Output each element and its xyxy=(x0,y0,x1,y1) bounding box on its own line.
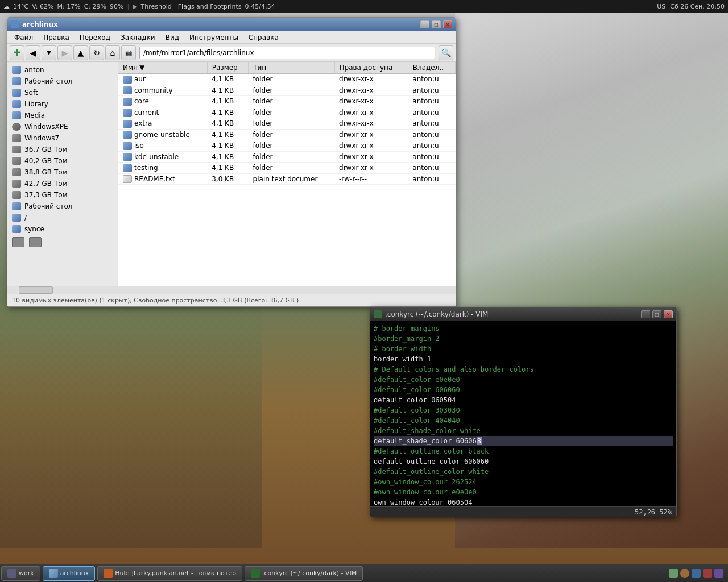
fm-address-text: /mnt/mirror1/arch/files/archlinux xyxy=(143,49,254,57)
fm-titlebar-controls: _ □ ✕ xyxy=(420,20,452,28)
table-row[interactable]: aur 4,1 KB folder drwxr-xr-x anton:u xyxy=(118,74,456,85)
sidebar-item-media[interactable]: Media xyxy=(7,110,118,121)
file-owner-cell: anton:u xyxy=(408,140,455,152)
vim-line: default_outline_color 606060 xyxy=(374,456,673,467)
tray-icon-5[interactable] xyxy=(714,569,723,578)
cpu-stat: V: 62% xyxy=(32,3,53,10)
sidebar-item-synce[interactable]: synce xyxy=(7,223,118,235)
table-row[interactable]: iso 4,1 KB folder drwxr-xr-x anton:u xyxy=(118,140,456,152)
folder-icon xyxy=(123,120,132,128)
vim-content[interactable]: # border margins#border_margin 2# border… xyxy=(370,321,676,506)
sidebar-label-vol3: 38,8 GB Том xyxy=(24,168,68,176)
file-size-cell: 4,1 KB xyxy=(207,74,248,85)
back-dropdown-button[interactable]: ▼ xyxy=(42,45,56,60)
fm-scrollbar-horizontal[interactable] xyxy=(7,286,456,294)
taskbar-vim[interactable]: .conkyrc (~/.conky/dark) - VIM xyxy=(245,566,363,581)
sidebar-item-desktop1[interactable]: Рабочий стол xyxy=(7,76,118,87)
menu-view[interactable]: Вид xyxy=(161,32,184,43)
sidebar-item-anton[interactable]: anton xyxy=(7,64,118,76)
file-type-cell: plain text documer xyxy=(249,173,334,185)
fm-file-rows: aur 4,1 KB folder drwxr-xr-x anton:u com… xyxy=(118,74,456,185)
close-button[interactable]: ✕ xyxy=(443,20,452,28)
sidebar-item-library[interactable]: Library xyxy=(7,98,118,110)
reload-button[interactable]: ↻ xyxy=(89,45,104,60)
table-row[interactable]: extra 4,1 KB folder drwxr-xr-x anton:u xyxy=(118,118,456,130)
vim-titlebar-title: .conkyrc (~/.conky/dark) - VIM xyxy=(385,310,641,318)
home-button[interactable]: ⌂ xyxy=(105,45,120,60)
back-button[interactable]: ◀ xyxy=(26,45,40,60)
fm-titlebar[interactable]: archlinux _ □ ✕ xyxy=(7,18,456,31)
table-row[interactable]: current 4,1 KB folder drwxr-xr-x anton:u xyxy=(118,107,456,118)
search-button[interactable]: 🔍 xyxy=(439,45,453,60)
folder-icon xyxy=(123,76,132,84)
vim-line: default_color 060504 xyxy=(374,395,673,405)
menu-help[interactable]: Справка xyxy=(244,32,283,43)
file-name-cell: current xyxy=(118,107,207,118)
menu-bookmarks[interactable]: Закладки xyxy=(116,32,160,43)
table-row[interactable]: gnome-unstable 4,1 KB folder drwxr-xr-x … xyxy=(118,129,456,140)
sidebar-item-windows7[interactable]: Windows7 xyxy=(7,132,118,144)
fm-table: Имя ▼ Размер Тип Права доступа Владел.. … xyxy=(118,62,456,185)
col-name[interactable]: Имя ▼ xyxy=(118,62,207,74)
tray-icon-4[interactable] xyxy=(703,569,712,578)
menu-tools[interactable]: Инструменты xyxy=(185,32,243,43)
filemanager-window: archlinux _ □ ✕ Файл Правка Переход Закл… xyxy=(7,17,456,307)
menu-file[interactable]: Файл xyxy=(10,32,38,43)
sidebar-item-vol3[interactable]: 38,8 GB Том xyxy=(7,167,118,178)
taskbar-work-label: work xyxy=(19,569,34,577)
new-folder-button[interactable]: ✚ xyxy=(10,45,24,60)
menu-go[interactable]: Переход xyxy=(75,32,115,43)
forward-button[interactable]: ▶ xyxy=(57,45,72,60)
menu-edit[interactable]: Правка xyxy=(39,32,74,43)
sidebar-item-vol5[interactable]: 37,3 GB Том xyxy=(7,189,118,201)
minimize-button[interactable]: _ xyxy=(420,20,429,28)
file-size-cell: 4,1 KB xyxy=(207,85,248,96)
taskbar-work[interactable]: work xyxy=(1,566,40,581)
table-row[interactable]: testing 4,1 KB folder drwxr-xr-x anton:u xyxy=(118,163,456,174)
tray-icon-1[interactable] xyxy=(669,569,678,578)
sidebar-label-desktop2: Рабочий стол xyxy=(24,202,72,210)
file-owner-cell: anton:u xyxy=(408,74,455,85)
sidebar-item-vol4[interactable]: 42,7 GB Том xyxy=(7,178,118,189)
tray-icon-2[interactable] xyxy=(680,569,689,578)
table-row[interactable]: README.txt 3,0 KB plain text documer -rw… xyxy=(118,173,456,185)
sidebar-item-vol1[interactable]: 36,7 GB Том xyxy=(7,144,118,155)
sidebar-item-soft[interactable]: Soft xyxy=(7,87,118,98)
col-owner[interactable]: Владел.. xyxy=(408,62,455,74)
folder-icon xyxy=(12,202,21,210)
tray-icon-3[interactable] xyxy=(692,569,701,578)
taskbar-browser-label: Hub: JLarky.punklan.net - топик потер xyxy=(115,569,236,577)
file-perms-cell: drwxr-xr-x xyxy=(334,151,408,163)
col-size[interactable]: Размер xyxy=(207,62,248,74)
file-perms-cell: drwxr-xr-x xyxy=(334,107,408,118)
vim-titlebar-icon xyxy=(374,310,382,318)
screenshot-button[interactable]: 📷 xyxy=(121,45,136,60)
table-row[interactable]: kde-unstable 4,1 KB folder drwxr-xr-x an… xyxy=(118,151,456,163)
col-perms[interactable]: Права доступа xyxy=(334,62,408,74)
col-type[interactable]: Тип xyxy=(249,62,334,74)
maximize-button[interactable]: □ xyxy=(432,20,441,28)
taskbar-archlinux[interactable]: archlinux xyxy=(43,566,96,581)
hdd-small-icon2 xyxy=(29,237,42,247)
file-perms-cell: drwxr-xr-x xyxy=(334,74,408,85)
sidebar-label-desktop1: Рабочий стол xyxy=(24,77,72,85)
folder-icon xyxy=(123,164,132,172)
vim-minimize-button[interactable]: _ xyxy=(641,310,650,318)
sidebar-item-root[interactable]: / xyxy=(7,212,118,223)
vim-close-button[interactable]: ✕ xyxy=(664,310,673,318)
file-icon xyxy=(123,175,132,183)
table-row[interactable]: core 4,1 KB folder drwxr-xr-x anton:u xyxy=(118,96,456,107)
vim-titlebar[interactable]: .conkyrc (~/.conky/dark) - VIM _ □ ✕ xyxy=(370,307,676,321)
up-button[interactable]: ▲ xyxy=(73,45,88,60)
sidebar-label-vol5: 37,3 GB Том xyxy=(24,191,68,199)
fm-addressbar[interactable]: /mnt/mirror1/arch/files/archlinux xyxy=(139,47,435,59)
hdd-icon xyxy=(12,134,21,142)
weather-icon: ☁ xyxy=(3,3,10,10)
file-size-cell: 3,0 KB xyxy=(207,173,248,185)
vim-maximize-button[interactable]: □ xyxy=(652,310,661,318)
sidebar-item-vol2[interactable]: 40,2 GB Том xyxy=(7,155,118,167)
sidebar-item-desktop2[interactable]: Рабочий стол xyxy=(7,201,118,212)
sidebar-item-windowsxpe[interactable]: WindowsXPE xyxy=(7,121,118,132)
taskbar-browser[interactable]: Hub: JLarky.punklan.net - топик потер xyxy=(97,566,242,581)
table-row[interactable]: community 4,1 KB folder drwxr-xr-x anton… xyxy=(118,85,456,96)
